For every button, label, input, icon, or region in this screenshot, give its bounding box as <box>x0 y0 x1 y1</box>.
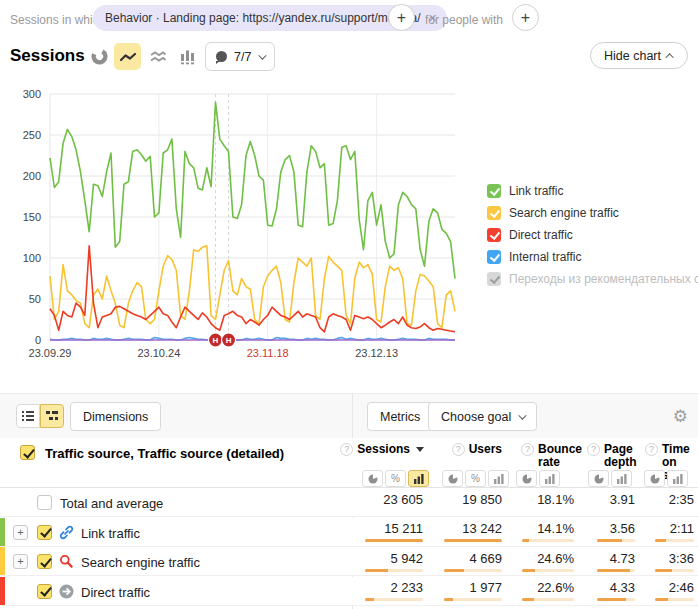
value-bar <box>597 539 635 542</box>
stacked-area-icon <box>149 48 167 66</box>
hide-chart-button[interactable]: Hide chart <box>590 42 688 69</box>
column-chart-type-button[interactable] <box>174 43 201 70</box>
bar-toggle-icon[interactable] <box>667 470 688 487</box>
value-bar <box>444 539 502 542</box>
bar-toggle-icon[interactable] <box>488 470 509 487</box>
column-chart-icon <box>179 48 196 65</box>
svg-text:H: H <box>226 336 232 345</box>
sessions-line-chart[interactable]: 05010015020025030023.09.2923.10.2423.11.… <box>0 82 470 367</box>
pie-toggle-icon[interactable] <box>442 470 463 487</box>
table-row-direct-traffic: Direct traffic 2 233 1 977 22.6% 4.33 2:… <box>0 577 698 606</box>
row-label: Total and average <box>60 496 163 511</box>
percent-toggle-icon[interactable]: % <box>465 470 486 487</box>
filter-chip-text: Behavior · Landing page: https://yandex.… <box>105 11 421 25</box>
sessions-value: 23 605 <box>383 492 423 507</box>
users-value: 4 669 <box>469 551 502 566</box>
metrics-button[interactable]: Metrics <box>367 402 433 431</box>
time-on-site-value: 2:46 <box>669 580 694 595</box>
add-session-filter-button[interactable]: + <box>388 4 415 31</box>
svg-text:50: 50 <box>29 293 41 305</box>
page-title: Sessions <box>10 46 85 66</box>
legend-item-link-traffic[interactable]: Link traffic <box>487 180 698 202</box>
svg-text:200: 200 <box>23 170 41 182</box>
segments-count: 7/7 <box>234 50 251 64</box>
legend-checkbox-icon <box>487 250 501 264</box>
group-header-label: Traffic source, Traffic source (detailed… <box>45 446 284 461</box>
value-bar <box>522 539 574 542</box>
pie-toggle-icon[interactable] <box>362 470 383 487</box>
legend-label: Search engine traffic <box>509 206 619 220</box>
sort-desc-icon <box>416 447 424 452</box>
expand-row-button[interactable]: + <box>13 525 28 540</box>
legend-item-internal-traffic[interactable]: Internal traffic <box>487 246 698 268</box>
segment-filter-bar: Sessions in which Behavior · Landing pag… <box>0 0 698 40</box>
users-value: 13 242 <box>462 521 502 536</box>
column-label: Page depth <box>604 443 636 469</box>
pie-toggle-icon[interactable] <box>644 470 665 487</box>
tree-view-icon <box>45 409 59 423</box>
help-icon[interactable]: ? <box>340 443 353 456</box>
value-bar <box>365 598 423 601</box>
bar-toggle-icon[interactable] <box>539 470 560 487</box>
value-bar <box>597 569 635 572</box>
bar-toggle-icon[interactable] <box>611 470 632 487</box>
chevron-up-icon <box>665 53 673 61</box>
help-icon[interactable]: ? <box>587 443 600 456</box>
chart-legend: Link traffic Search engine traffic Direc… <box>487 180 698 290</box>
help-icon[interactable]: ? <box>452 443 465 456</box>
svg-text:23.11.18: 23.11.18 <box>247 347 289 359</box>
column-header-users[interactable]: ? Users <box>442 443 502 456</box>
page-depth-value: 4.33 <box>610 580 635 595</box>
time-on-site-display-toggles <box>644 470 688 487</box>
value-bar <box>444 569 502 572</box>
legend-item-search-engine-traffic[interactable]: Search engine traffic <box>487 202 698 224</box>
row-checkbox[interactable] <box>37 525 52 540</box>
row-checkbox[interactable] <box>37 495 52 510</box>
bar-toggle-icon[interactable] <box>408 470 429 487</box>
column-header-bounce-rate[interactable]: ? Bounce rate <box>516 443 576 469</box>
row-checkbox[interactable] <box>37 584 52 599</box>
value-bar <box>522 598 574 601</box>
value-bar <box>655 598 694 601</box>
bounce-rate-value: 24.6% <box>537 551 574 566</box>
users-value: 1 977 <box>469 580 502 595</box>
area-chart-type-button[interactable] <box>144 43 171 70</box>
direct-traffic-icon <box>59 584 74 599</box>
value-bar <box>655 539 694 542</box>
line-chart-type-button[interactable] <box>114 43 141 70</box>
row-label[interactable]: Search engine traffic <box>81 555 200 570</box>
choose-goal-dropdown[interactable]: Choose goal <box>428 402 537 431</box>
value-bar <box>522 569 574 572</box>
users-value: 19 850 <box>462 492 502 507</box>
pie-toggle-icon[interactable] <box>588 470 609 487</box>
legend-item-recommender-systems[interactable]: Переходы из рекомендательных систем <box>487 268 698 290</box>
tree-view-button[interactable] <box>40 404 64 428</box>
percent-toggle-icon[interactable]: % <box>385 470 406 487</box>
expand-row-button[interactable]: + <box>13 554 28 569</box>
segments-dropdown[interactable]: 7/7 <box>205 42 275 71</box>
help-icon[interactable]: ? <box>645 443 658 456</box>
sessions-value: 2 233 <box>390 580 423 595</box>
row-checkbox[interactable] <box>37 554 52 569</box>
dimensions-button[interactable]: Dimensions <box>70 402 161 431</box>
legend-item-direct-traffic[interactable]: Direct traffic <box>487 224 698 246</box>
page-depth-display-toggles <box>588 470 632 487</box>
users-display-toggles: % <box>442 470 509 487</box>
table-row-total: Total and average 23 605 19 850 18.1% 3.… <box>0 488 698 517</box>
list-view-button[interactable] <box>16 404 40 428</box>
pie-toggle-icon[interactable] <box>516 470 537 487</box>
help-icon[interactable]: ? <box>521 443 534 456</box>
row-label[interactable]: Direct traffic <box>81 585 150 600</box>
table-toolbar: Dimensions Metrics Choose goal ⚙ <box>0 393 698 438</box>
sessions-in-which-label: Sessions in which <box>10 13 105 27</box>
column-header-page-depth[interactable]: ? Page depth <box>588 443 636 469</box>
table-settings-gear-icon[interactable]: ⚙ <box>673 406 688 426</box>
chevron-down-icon <box>518 411 526 419</box>
column-header-sessions[interactable]: ? Sessions <box>362 443 424 456</box>
bounce-rate-display-toggles <box>516 470 560 487</box>
add-people-filter-button[interactable]: + <box>512 4 539 31</box>
pie-chart-type-button[interactable] <box>86 43 113 70</box>
row-label[interactable]: Link traffic <box>81 526 140 541</box>
legend-checkbox-icon <box>487 272 501 286</box>
group-header-checkbox[interactable] <box>20 445 35 460</box>
